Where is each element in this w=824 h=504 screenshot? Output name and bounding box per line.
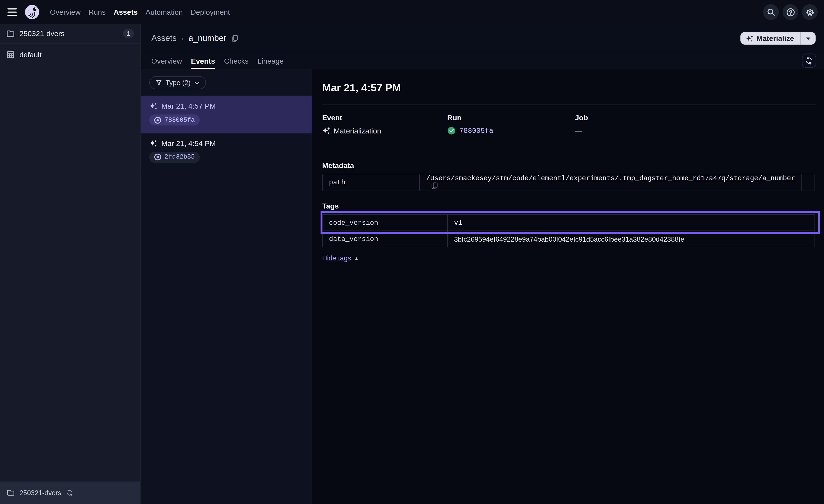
- event-item-run-id: 788005fa: [165, 116, 195, 124]
- materialize-button[interactable]: Materialize: [741, 34, 800, 43]
- materialization-sparkle-icon: [149, 102, 157, 110]
- metadata-action-cell: [802, 174, 815, 191]
- event-column-value: Materialization: [322, 127, 447, 135]
- reload-icon[interactable]: [66, 489, 73, 496]
- materialize-split-button: Materialize: [741, 32, 816, 44]
- metadata-row-path: path /Users/smackesey/stm/code/elementl/…: [322, 174, 815, 191]
- metadata-section-title: Metadata: [322, 161, 816, 169]
- breadcrumb-assets-link[interactable]: Assets: [151, 33, 177, 43]
- run-id-link[interactable]: 788005fa: [459, 127, 493, 135]
- materialize-dropdown-button[interactable]: [801, 36, 816, 40]
- copy-icon[interactable]: [231, 35, 238, 42]
- asset-groups-sidebar: 250321-dvers 1 default 250321-dvers: [0, 24, 141, 504]
- materialize-label: Materialize: [756, 34, 794, 43]
- tab-overview[interactable]: Overview: [151, 52, 182, 69]
- sidebar-footer-code-location[interactable]: 250321-dvers: [0, 482, 140, 504]
- nav-item-assets[interactable]: Assets: [113, 8, 137, 16]
- metadata-table: path /Users/smackesey/stm/code/elementl/…: [322, 174, 815, 191]
- materialization-sparkle-icon: [149, 139, 157, 147]
- event-item-time: Mar 21, 4:54 PM: [149, 139, 303, 147]
- event-type-label: Materialization: [334, 127, 381, 135]
- run-success-check-icon: [447, 127, 456, 135]
- top-navigation-bar: Overview Runs Assets Automation Deployme…: [0, 0, 824, 24]
- event-list-item[interactable]: Mar 21, 4:54 PM 2fd32b85: [141, 133, 312, 170]
- tab-events[interactable]: Events: [191, 52, 215, 69]
- hamburger-menu-icon[interactable]: [7, 8, 17, 16]
- events-list-panel: Type (2) Mar 21, 4:57 PM 788005fa: [141, 69, 312, 504]
- nav-item-automation[interactable]: Automation: [145, 8, 183, 16]
- event-item-time-label: Mar 21, 4:57 PM: [161, 102, 216, 110]
- tag-value: v1: [447, 215, 815, 231]
- refresh-button[interactable]: [802, 54, 816, 68]
- tags-section-title: Tags: [322, 202, 816, 210]
- event-list-item-selected[interactable]: Mar 21, 4:57 PM 788005fa: [141, 96, 312, 133]
- sidebar-group-count-badge: 1: [123, 29, 134, 38]
- sidebar-item-default[interactable]: default: [0, 43, 140, 66]
- primary-nav: Overview Runs Assets Automation Deployme…: [50, 8, 230, 16]
- chevron-down-icon: [194, 81, 199, 85]
- settings-button[interactable]: [802, 4, 818, 20]
- event-detail-panel: Mar 21, 4:57 PM Event Materialization Ru…: [312, 69, 824, 504]
- copy-icon[interactable]: [431, 182, 438, 190]
- filter-funnel-icon: [156, 80, 162, 86]
- type-filter-button[interactable]: Type (2): [149, 76, 206, 89]
- tags-table: code_version v1 data_version 3bfc269594e…: [322, 214, 815, 247]
- tag-row-code-version: code_version v1: [322, 215, 815, 231]
- sparkles-icon: [746, 35, 753, 42]
- breadcrumb-asset-name: a_number: [189, 33, 226, 43]
- metadata-key: path: [322, 174, 420, 191]
- event-column-label: Event: [322, 113, 447, 122]
- nav-item-runs[interactable]: Runs: [89, 8, 106, 16]
- asset-header: Assets › a_number Materialize: [141, 24, 824, 52]
- events-filter-row: Type (2): [141, 69, 312, 96]
- help-button[interactable]: [783, 4, 798, 20]
- event-summary-columns: Event Materialization Run 788005fa: [322, 113, 816, 135]
- sidebar-item-group-250321-dvers[interactable]: 250321-dvers 1: [0, 24, 140, 44]
- grid-icon: [6, 50, 15, 59]
- nav-item-deployment[interactable]: Deployment: [191, 8, 230, 16]
- event-item-time: Mar 21, 4:57 PM: [149, 102, 303, 110]
- tags-table-wrap: code_version v1 data_version 3bfc269594e…: [322, 214, 815, 247]
- caret-down-icon: [806, 36, 811, 40]
- job-empty-value: —: [575, 127, 582, 135]
- breadcrumb-separator: ›: [181, 34, 184, 43]
- hide-tags-label: Hide tags: [322, 254, 351, 262]
- sidebar-group-label: 250321-dvers: [19, 29, 65, 38]
- refresh-icon: [805, 57, 813, 65]
- sidebar-default-label: default: [19, 50, 41, 59]
- divider: [322, 105, 816, 105]
- sidebar-footer-label: 250321-dvers: [19, 489, 61, 497]
- hide-tags-link[interactable]: Hide tags ▲: [322, 254, 359, 262]
- gear-icon: [805, 8, 814, 16]
- tag-key: code_version: [322, 215, 447, 231]
- materialization-sparkle-icon: [322, 127, 330, 134]
- tag-row-data-version: data_version 3bfc269594ef649228e9a74bab0…: [322, 231, 815, 247]
- topbar-icon-buttons: [763, 4, 818, 20]
- folder-icon: [7, 489, 15, 497]
- help-icon: [786, 8, 795, 16]
- tab-lineage[interactable]: Lineage: [258, 52, 284, 69]
- metadata-path-link[interactable]: /Users/smackesey/stm/code/elementl/exper…: [426, 174, 795, 182]
- nav-item-overview[interactable]: Overview: [50, 8, 81, 16]
- dagster-logo[interactable]: [24, 4, 40, 20]
- search-icon: [766, 8, 775, 16]
- triangle-up-icon: ▲: [354, 255, 359, 261]
- breadcrumb: Assets › a_number: [151, 33, 238, 43]
- app-window: Overview Runs Assets Automation Deployme…: [0, 0, 824, 504]
- event-item-time-label: Mar 21, 4:54 PM: [161, 139, 216, 147]
- folder-icon: [6, 29, 15, 38]
- job-column-label: Job: [575, 113, 588, 122]
- tag-key: data_version: [322, 231, 447, 247]
- tag-value: 3bfc269594ef649228e9a74bab00f042efc91d5a…: [447, 231, 815, 247]
- run-status-icon: [154, 153, 161, 161]
- event-item-run-badge[interactable]: 2fd32b85: [149, 151, 199, 162]
- event-item-run-badge[interactable]: 788005fa: [149, 114, 199, 125]
- search-button[interactable]: [763, 4, 779, 20]
- run-column-label: Run: [447, 113, 575, 122]
- tab-checks[interactable]: Checks: [224, 52, 248, 69]
- type-filter-label: Type (2): [166, 79, 191, 87]
- run-status-icon: [154, 116, 161, 124]
- event-item-run-id: 2fd32b85: [165, 153, 195, 161]
- asset-tabs: Overview Events Checks Lineage: [141, 52, 824, 70]
- event-detail-title: Mar 21, 4:57 PM: [322, 82, 816, 94]
